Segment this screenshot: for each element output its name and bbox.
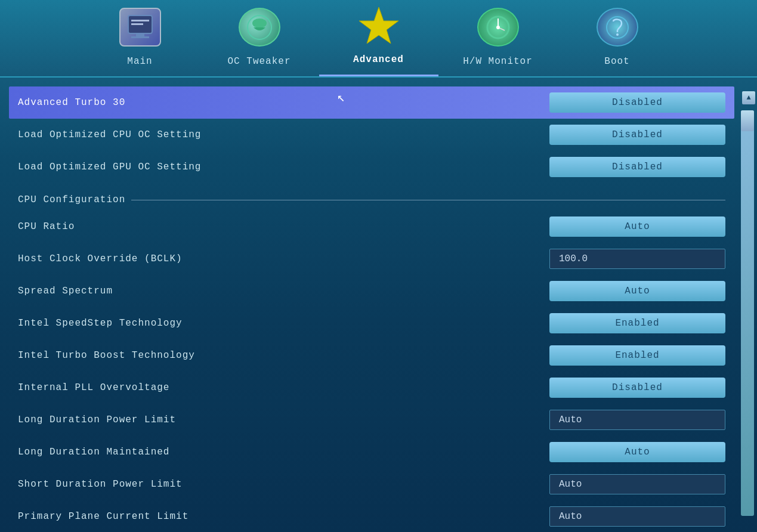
scrollbar-thumb[interactable] xyxy=(741,110,754,131)
boot-label: Boot xyxy=(604,52,629,70)
label-intel-speedstep: Intel SpeedStep Technology xyxy=(18,318,183,329)
oc-tweaker-label: OC Tweaker xyxy=(227,52,291,70)
tab-oc-tweaker[interactable]: OC Tweaker xyxy=(200,0,319,76)
label-long-duration-power: Long Duration Power Limit xyxy=(18,415,176,425)
main-label: Main xyxy=(127,52,152,70)
scrollbar-track[interactable] xyxy=(741,110,754,516)
row-intel-turbo-boost[interactable]: Intel Turbo Boost Technology Enabled xyxy=(9,339,734,372)
row-short-duration-power[interactable]: Short Duration Power Limit xyxy=(9,468,734,500)
hw-icon xyxy=(477,8,519,47)
oc-icon xyxy=(239,8,280,47)
row-long-duration-maintained[interactable]: Long Duration Maintained Auto xyxy=(9,436,734,468)
value-col-spread-spectrum: Auto xyxy=(540,281,725,301)
svg-point-11 xyxy=(496,26,500,29)
value-col-host-clock xyxy=(540,249,725,269)
value-col-load-cpu-oc: Disabled xyxy=(540,125,725,145)
label-load-cpu-oc: Load Optimized CPU OC Setting xyxy=(18,129,201,140)
value-col-short-duration-power xyxy=(540,474,725,494)
value-spread-spectrum[interactable]: Auto xyxy=(549,281,725,301)
main-icon-area xyxy=(116,5,164,50)
svg-point-6 xyxy=(252,18,267,28)
oc-icon-svg xyxy=(245,13,274,42)
row-cpu-ratio[interactable]: CPU Ratio Auto xyxy=(9,211,734,243)
input-long-duration-power[interactable] xyxy=(549,410,725,430)
label-internal-pll: Internal PLL Overvoltage xyxy=(18,382,169,393)
row-long-duration-power[interactable]: Long Duration Power Limit xyxy=(9,404,734,436)
label-intel-turbo-boost: Intel Turbo Boost Technology xyxy=(18,350,195,361)
value-intel-speedstep[interactable]: Enabled xyxy=(549,313,725,333)
row-load-cpu-oc[interactable]: Load Optimized CPU OC Setting Disabled xyxy=(9,119,734,151)
main-icon-svg xyxy=(125,13,155,42)
value-col-advanced-turbo-30: Disabled xyxy=(540,92,725,113)
advanced-icon-area xyxy=(355,3,403,48)
advanced-label: Advanced xyxy=(353,51,404,69)
value-col-long-duration-power xyxy=(540,410,725,430)
row-load-gpu-oc[interactable]: Load Optimized GPU OC Setting Disabled xyxy=(9,151,734,183)
svg-marker-7 xyxy=(359,7,398,44)
label-cpu-ratio: CPU Ratio xyxy=(18,221,75,232)
hw-icon-svg xyxy=(483,13,513,42)
value-col-internal-pll: Disabled xyxy=(540,378,725,398)
label-spread-spectrum: Spread Spectrum xyxy=(18,286,113,296)
value-internal-pll[interactable]: Disabled xyxy=(549,378,725,398)
label-long-duration-maintained: Long Duration Maintained xyxy=(18,447,169,457)
section-divider xyxy=(131,200,725,200)
value-load-cpu-oc[interactable]: Disabled xyxy=(549,125,725,145)
svg-point-13 xyxy=(616,33,619,36)
tab-hw-monitor[interactable]: H/W Monitor xyxy=(438,0,558,76)
bios-header: Main OC Tweaker Advanced xyxy=(0,0,757,78)
main-content: Advanced Turbo 30 Disabled Load Optimize… xyxy=(0,78,757,532)
row-cpu-configuration: CPU Configuration xyxy=(9,183,734,211)
settings-panel: Advanced Turbo 30 Disabled Load Optimize… xyxy=(9,86,740,523)
svg-rect-4 xyxy=(131,36,149,38)
boot-icon xyxy=(597,8,638,47)
value-long-duration-maintained[interactable]: Auto xyxy=(549,442,725,462)
oc-icon-area xyxy=(236,5,283,50)
value-intel-turbo-boost[interactable]: Enabled xyxy=(549,345,725,366)
label-load-gpu-oc: Load Optimized GPU OC Setting xyxy=(18,162,201,172)
value-col-primary-plane-current xyxy=(540,506,725,527)
scrollbar-up-button[interactable]: ▲ xyxy=(742,91,755,104)
scrollbar-container: ▲ xyxy=(740,86,757,523)
label-primary-plane-current: Primary Plane Current Limit xyxy=(18,511,189,522)
value-col-long-duration-maintained: Auto xyxy=(540,442,725,462)
input-host-clock[interactable] xyxy=(549,249,725,269)
value-col-intel-speedstep: Enabled xyxy=(540,313,725,333)
row-primary-plane-current[interactable]: Primary Plane Current Limit xyxy=(9,500,734,532)
value-load-gpu-oc[interactable]: Disabled xyxy=(549,157,725,177)
hw-monitor-label: H/W Monitor xyxy=(463,52,533,70)
row-spread-spectrum[interactable]: Spread Spectrum Auto xyxy=(9,275,734,307)
svg-rect-1 xyxy=(131,20,149,21)
tab-main[interactable]: Main xyxy=(81,0,200,76)
input-short-duration-power[interactable] xyxy=(549,474,725,494)
value-col-load-gpu-oc: Disabled xyxy=(540,157,725,177)
svg-rect-2 xyxy=(131,23,143,25)
row-host-clock-override[interactable]: Host Clock Override (BCLK) xyxy=(9,243,734,275)
value-col-intel-turbo-boost: Enabled xyxy=(540,345,725,366)
input-primary-plane-current[interactable] xyxy=(549,506,725,527)
label-host-clock-override: Host Clock Override (BCLK) xyxy=(18,253,183,264)
value-col-cpu-ratio: Auto xyxy=(540,216,725,237)
advanced-star-svg xyxy=(358,6,400,45)
label-short-duration-power: Short Duration Power Limit xyxy=(18,479,183,490)
main-icon xyxy=(119,8,161,47)
boot-icon-area xyxy=(594,5,641,50)
value-advanced-turbo-30[interactable]: Disabled xyxy=(549,92,725,113)
value-cpu-ratio[interactable]: Auto xyxy=(549,216,725,237)
settings-list: Advanced Turbo 30 Disabled Load Optimize… xyxy=(9,86,734,532)
boot-icon-svg xyxy=(602,13,632,42)
label-cpu-configuration: CPU Configuration xyxy=(18,194,125,205)
row-advanced-turbo-30[interactable]: Advanced Turbo 30 Disabled xyxy=(9,86,734,119)
tab-advanced[interactable]: Advanced xyxy=(319,0,438,76)
row-internal-pll[interactable]: Internal PLL Overvoltage Disabled xyxy=(9,372,734,404)
tab-boot[interactable]: Boot xyxy=(558,0,677,76)
row-intel-speedstep[interactable]: Intel SpeedStep Technology Enabled xyxy=(9,307,734,339)
hw-icon-area xyxy=(474,5,522,50)
advanced-icon xyxy=(358,6,400,45)
label-advanced-turbo-30: Advanced Turbo 30 xyxy=(18,97,125,108)
